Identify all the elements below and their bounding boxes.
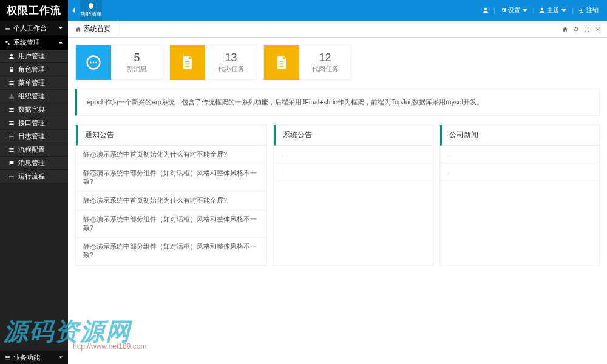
list-icon (8, 107, 15, 113)
fullscreen-icon[interactable] (584, 26, 590, 32)
doc-icon (179, 54, 196, 71)
panel-row[interactable]: 静态演示系统中部分组件（如对话框）风格和整体风格不一致? (76, 238, 266, 265)
user-icon (8, 53, 15, 59)
chevron-up-icon (58, 40, 63, 45)
home-icon[interactable] (562, 26, 568, 32)
list-icon (8, 174, 15, 180)
panel-row[interactable]: . (440, 146, 599, 163)
user-icon (539, 7, 545, 13)
panels-row: 通知公告静态演示系统中首页初始化为什么有时不能全屏?静态演示系统中部分组件（如对… (75, 124, 600, 266)
sidebar-item-label: 用户管理 (18, 52, 45, 61)
list-icon (5, 355, 10, 360)
tab-tools (556, 21, 607, 37)
user-icon (483, 7, 489, 13)
sidebar-item-6[interactable]: 日志管理 (0, 130, 68, 143)
sidebar-item-4[interactable]: 数据字典 (0, 103, 68, 116)
separator: | (572, 7, 574, 14)
doc-icon (273, 54, 290, 71)
sidebar-item-9[interactable]: 运行流程 (0, 170, 68, 183)
panel-row[interactable]: 静态演示系统中首页初始化为什么有时不能全屏? (76, 192, 266, 211)
panel-row[interactable]: 静态演示系统中部分组件（如对话框）风格和整体风格不一致? (76, 164, 266, 192)
logout-button[interactable]: 注销 (575, 6, 602, 15)
tab-home[interactable]: 系统首页 (68, 21, 118, 37)
header-right: | 设置 | 主题 | 注销 (479, 6, 607, 15)
sidebar-item-2[interactable]: 菜单管理 (0, 76, 68, 90)
org-icon (8, 93, 15, 99)
logout-icon (578, 7, 585, 13)
sidebar-item-8[interactable]: 消息管理 (0, 157, 68, 170)
sidebar-item-label: 运行流程 (18, 172, 45, 181)
panel-title: 系统公告 (274, 125, 433, 146)
list-icon (8, 80, 15, 86)
list-icon (5, 25, 10, 31)
stat-text: 12代阅任务 (299, 52, 351, 73)
panel-0: 通知公告静态演示系统中首页初始化为什么有时不能全屏?静态演示系统中部分组件（如对… (75, 124, 267, 266)
panel-row[interactable]: . (440, 163, 599, 181)
list-icon (8, 120, 15, 126)
chat-icon (85, 54, 102, 71)
theme-button[interactable]: 主题 (535, 6, 571, 15)
panel-body: .. (274, 146, 433, 181)
gears-icon (5, 40, 10, 46)
caret-down-icon (522, 7, 528, 13)
stat-text: 5新消息 (111, 52, 163, 73)
gear-icon (500, 7, 506, 13)
panel-body: .. (440, 146, 599, 181)
sidebar-section-workspace[interactable]: 个人工作台 (0, 21, 68, 35)
panel-row[interactable]: . (274, 163, 433, 181)
sidebar-section-system[interactable]: 系统管理 (0, 35, 68, 50)
stat-card-0[interactable]: 5新消息 (75, 45, 163, 80)
home-icon (75, 26, 81, 32)
stat-number: 13 (205, 52, 257, 64)
refresh-icon[interactable] (573, 26, 579, 32)
function-menu-label: 功能清单 (80, 10, 102, 18)
settings-button[interactable]: 设置 (497, 6, 532, 15)
stat-icon (264, 45, 299, 80)
stat-icon (170, 45, 205, 80)
close-icon[interactable] (595, 26, 601, 32)
panel-2: 公司新闻.. (439, 124, 600, 266)
sidebar-section-label: 系统管理 (13, 38, 40, 47)
sidebar-section-business[interactable]: 业务功能 (0, 351, 68, 364)
settings-label: 设置 (508, 6, 520, 15)
caret-down-icon (561, 7, 567, 13)
separator: | (533, 7, 535, 14)
logout-label: 注销 (586, 6, 599, 15)
sidebar-item-label: 日志管理 (18, 132, 45, 141)
svg-point-1 (8, 42, 10, 44)
msg-icon (8, 160, 15, 166)
svg-point-0 (5, 41, 8, 43)
sidebar-item-label: 数据字典 (18, 105, 45, 114)
svg-point-5 (95, 62, 97, 64)
tabbar: 系统首页 (68, 21, 607, 38)
sidebar-item-5[interactable]: 接口管理 (0, 116, 68, 130)
chevron-left-icon (71, 7, 77, 13)
function-menu-button[interactable]: 功能清单 (80, 0, 102, 21)
panel-row[interactable]: . (274, 146, 433, 163)
sidebar-item-7[interactable]: 流程配置 (0, 143, 68, 157)
main-area: 系统首页 5新消息13代办任务12代阅任务 epoch作为一个新兴的erp系统，… (68, 21, 607, 364)
header: 权限工作流 功能清单 | 设置 | 主题 | 注销 (0, 0, 607, 21)
stat-label: 代办任务 (205, 64, 257, 73)
sidebar-item-label: 流程配置 (18, 145, 45, 154)
sidebar-item-label: 组织管理 (18, 92, 45, 101)
stat-label: 新消息 (111, 64, 163, 73)
stat-number: 12 (299, 52, 351, 64)
list-icon (8, 147, 15, 153)
user-button[interactable] (479, 7, 492, 13)
chevron-down-icon (58, 25, 63, 30)
stat-card-1[interactable]: 13代办任务 (169, 45, 257, 80)
logo: 权限工作流 (0, 0, 68, 21)
sidebar-item-1[interactable]: 角色管理 (0, 63, 68, 76)
sidebar-toggle[interactable] (68, 0, 80, 21)
sidebar-item-0[interactable]: 用户管理 (0, 50, 68, 63)
panel-row[interactable]: 静态演示系统中部分组件（如对话框）风格和整体风格不一致? (76, 211, 266, 238)
stat-card-2[interactable]: 12代阅任务 (263, 45, 351, 80)
stats-row: 5新消息13代办任务12代阅任务 (75, 45, 600, 80)
sidebar-item-3[interactable]: 组织管理 (0, 90, 68, 103)
panel-row[interactable]: 静态演示系统中首页初始化为什么有时不能全屏? (76, 146, 266, 164)
info-banner: epoch作为一个新兴的erp系统，包含了传统框架的一系列功能，后端采用JFin… (75, 89, 600, 116)
panel-1: 系统公告.. (273, 124, 433, 266)
chevron-down-icon (58, 355, 63, 360)
tab-label: 系统首页 (84, 24, 110, 33)
